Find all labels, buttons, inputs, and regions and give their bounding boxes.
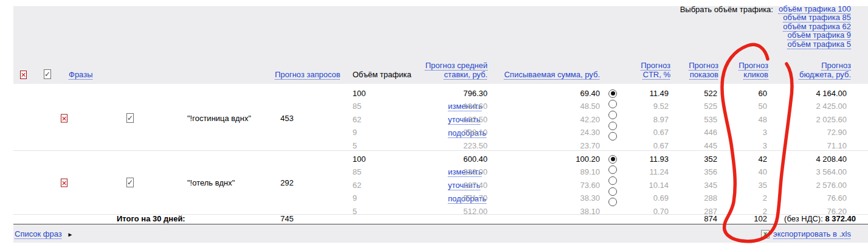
budget-values: 4 164.002 425.002 025.6072.9071.10 xyxy=(789,87,847,152)
clicks-values: 60504833 xyxy=(734,87,767,152)
delete-icon[interactable]: ✕ xyxy=(61,179,67,187)
radio-selected[interactable] xyxy=(608,155,617,164)
totals-budget: (без НДС): 8 372.40 xyxy=(784,214,856,224)
column-phrases[interactable]: Фразы xyxy=(69,70,93,79)
traffic-option-5[interactable]: объём трафика 5 xyxy=(787,40,851,49)
radio[interactable] xyxy=(608,187,617,196)
radio[interactable] xyxy=(608,132,617,141)
radio[interactable] xyxy=(608,100,617,108)
column-clicks-forecast[interactable]: Прогноз кликов xyxy=(739,61,768,79)
checkbox-checked-icon[interactable]: ✓ xyxy=(126,178,134,187)
traffic-volume-selector: Выбрать объём трафика: объём трафика 100… xyxy=(680,5,851,49)
totals-clicks: 102 xyxy=(754,214,767,224)
phrase-list-toggle[interactable]: Список фраз ► xyxy=(15,229,73,238)
queries-value: 292 xyxy=(280,178,294,187)
radio[interactable] xyxy=(608,122,617,130)
radio[interactable] xyxy=(608,176,617,185)
totals-queries: 745 xyxy=(280,214,294,224)
column-avg-bid[interactable]: Прогноз средней ставки, руб. xyxy=(425,61,487,79)
charged-sum-values: 100.2089.1073.6038.3038.10 xyxy=(545,153,600,218)
vat-label: (без НДС): xyxy=(784,214,823,223)
totals-impressions: 874 xyxy=(704,214,717,224)
queries-value: 453 xyxy=(280,113,294,122)
column-traffic-volume: Объём трафика xyxy=(353,70,412,79)
radio[interactable] xyxy=(608,111,617,119)
impressions-values: 352356345288287 xyxy=(681,153,717,218)
traffic-values: 100856295 xyxy=(353,87,377,152)
traffic-option-62[interactable]: объём трафика 62 xyxy=(783,22,851,31)
checkbox-checked-icon[interactable]: ✓ xyxy=(44,69,51,79)
checkbox-checked-icon[interactable]: ✓ xyxy=(126,113,134,123)
export-xls[interactable]: x экспортировать в .xls xyxy=(761,229,851,238)
bid-radio-group xyxy=(608,87,618,143)
delete-all-icon[interactable]: ✕ xyxy=(20,70,27,79)
charged-sum-values: 69.4048.5042.2024.3023.70 xyxy=(545,87,600,152)
traffic-option-100[interactable]: объём трафика 100 xyxy=(779,4,851,13)
phrase-list-link[interactable]: Список фраз xyxy=(15,229,62,238)
avg-bid-values: 600.40323.00227.40571.70512.00 xyxy=(433,153,487,218)
traffic-option-85[interactable]: объём трафика 85 xyxy=(783,13,851,22)
bid-radio-group xyxy=(608,153,618,209)
delete-row-button[interactable]: ✕ xyxy=(61,178,67,187)
delete-row-button[interactable]: ✕ xyxy=(61,113,67,122)
phrase-row-1: ✕ ✓ "!гостиница вднх" изменить уточнить … xyxy=(0,85,868,150)
column-queries-forecast[interactable]: Прогноз запросов xyxy=(275,70,340,79)
radio[interactable] xyxy=(608,165,617,174)
phrase-text: "!отель вднх" xyxy=(187,178,235,187)
column-ctr-forecast[interactable]: Прогноз CTR, % xyxy=(641,61,670,79)
clicks-values: 42403522 xyxy=(734,153,767,218)
traffic-selector-label: Выбрать объём трафика: xyxy=(680,5,773,14)
totals-row: Итого на 30 дней: 745 874 102 (без НДС):… xyxy=(0,214,868,224)
avg-bid-values: 796.30184.60132.50238.10223.50 xyxy=(433,87,487,152)
phrase-text: "!гостиница вднх" xyxy=(187,113,251,122)
radio-selected[interactable] xyxy=(608,89,617,98)
delete-icon[interactable]: ✕ xyxy=(20,71,27,79)
totals-budget-value: 8 372.40 xyxy=(825,214,856,223)
traffic-option-9[interactable]: объём трафика 9 xyxy=(787,30,851,40)
forecast-page: Выбрать объём трафика: объём трафика 100… xyxy=(0,0,868,250)
arrow-right-icon[interactable]: ► xyxy=(67,231,73,238)
column-impressions-forecast[interactable]: Прогноз показов xyxy=(689,61,718,79)
row-checkbox[interactable]: ✓ xyxy=(126,178,134,187)
footer-bar xyxy=(13,224,868,243)
row-checkbox[interactable]: ✓ xyxy=(126,113,134,123)
ctr-values: 11.9311.2410.140.690.70 xyxy=(626,153,669,218)
column-charged-sum[interactable]: Списываемая сумма, руб. xyxy=(504,70,600,79)
column-budget-forecast[interactable]: Прогноз бюджета, руб. xyxy=(799,61,851,79)
radio[interactable] xyxy=(608,198,617,206)
excel-icon: x xyxy=(761,230,770,238)
select-all-checkbox[interactable]: ✓ xyxy=(44,69,51,79)
traffic-values: 100856295 xyxy=(353,153,377,218)
delete-icon[interactable]: ✕ xyxy=(61,114,67,122)
export-xls-link[interactable]: экспортировать в .xls xyxy=(773,229,851,238)
budget-values: 4 208.403 564.002 576.0076.6076.20 xyxy=(789,153,847,218)
totals-label: Итого на 30 дней: xyxy=(117,214,185,224)
ctr-values: 11.499.528.970.670.67 xyxy=(626,87,669,152)
impressions-values: 522525535446445 xyxy=(681,87,717,152)
traffic-selector-options: объём трафика 100 объём трафика 85 объём… xyxy=(779,5,851,49)
phrase-row-2: ✕ ✓ "!отель вднх" изменить уточнить подо… xyxy=(0,151,868,214)
